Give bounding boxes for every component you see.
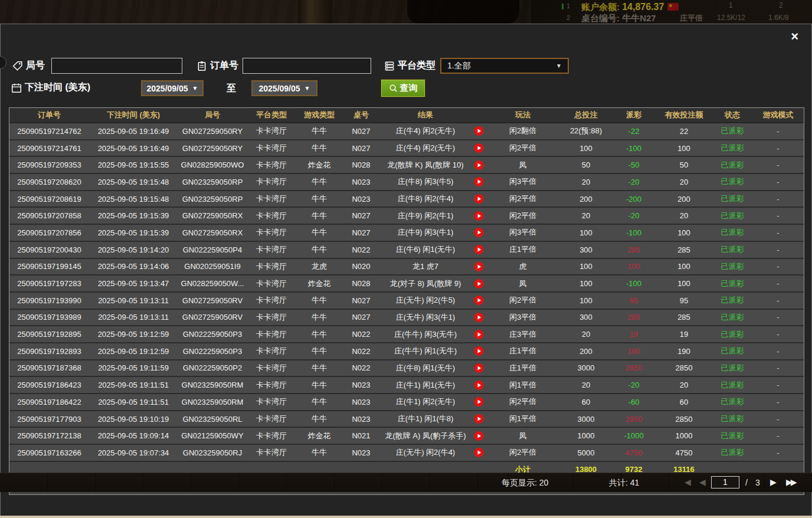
background-tab [96, 473, 143, 492]
close-icon[interactable]: × [791, 30, 798, 43]
cell-status: 已派彩 [713, 396, 751, 407]
cell-play: 闲3平倍 [487, 312, 559, 323]
replay-video-icon[interactable] [474, 448, 484, 458]
order-input[interactable] [243, 58, 371, 74]
replay-video-icon[interactable] [474, 397, 484, 407]
column-header: 总投注 [559, 110, 613, 120]
last-page-button[interactable]: ▶▶ [786, 477, 795, 487]
replay-video-icon[interactable] [474, 312, 484, 322]
cell-platform: 卡卡湾厅 [247, 312, 296, 323]
cell-order: 250905197208620 [9, 178, 89, 186]
cell-valid-bet: 95 [654, 296, 713, 305]
replay-video-icon[interactable] [474, 228, 484, 238]
cell-round: GN022259050P3 [178, 347, 247, 356]
cell-valid-bet: 20 [654, 211, 713, 220]
date-from-picker[interactable]: 2025/09/05 ▼ [141, 80, 204, 96]
replay-video-icon[interactable] [474, 126, 484, 136]
cell-game-mode: - [751, 398, 805, 406]
cell-play: 闲3平倍 [487, 227, 559, 238]
page-input[interactable]: 1 [711, 476, 739, 489]
page-bottom-edge [0, 516, 812, 518]
cell-result: 庄(无牛) 闲2(牛5) [379, 295, 487, 306]
date-to-picker[interactable]: 2025/09/05 ▼ [251, 80, 317, 96]
cell-total-bet: 100 [559, 228, 613, 237]
cell-round: GN027259050RX [178, 228, 247, 237]
cell-result: 庄(牛1) 闲1(无牛) [379, 380, 487, 391]
table-row: 2509051971928952025-09-05 19:12:59GN0222… [9, 326, 804, 343]
replay-video-icon[interactable] [474, 431, 484, 441]
cell-game-mode: - [751, 160, 805, 169]
table-row: 2509051971972832025-09-05 19:13:47GN0282… [9, 276, 804, 293]
cell-game: 牛牛 [296, 143, 343, 153]
cell-valid-bet: 100 [654, 262, 713, 271]
cell-time: 2025-09-05 19:16:49 [89, 127, 178, 136]
cell-platform: 卡卡湾厅 [247, 363, 296, 373]
cell-payout: -50 [613, 160, 654, 169]
prev-page-button[interactable]: ◀ [699, 477, 704, 487]
cell-play: 庄3平倍 [487, 329, 559, 340]
cell-result: 庄(牛8) 闲1(无牛) [379, 363, 487, 373]
cell-game-mode: - [751, 127, 805, 136]
cell-table: N027 [343, 228, 379, 237]
cell-platform: 卡卡湾厅 [247, 414, 296, 424]
result-text: 庄(牛1) 闲1(无牛) [396, 381, 455, 389]
cell-game: 炸金花 [296, 431, 343, 441]
replay-video-icon[interactable] [474, 363, 484, 373]
cell-table: N022 [343, 245, 379, 254]
cell-total-bet: 1000 [559, 431, 613, 440]
column-header: 游戏模式 [751, 110, 805, 120]
cell-game-mode: - [751, 279, 805, 288]
first-page-button[interactable]: ◀ [685, 477, 689, 487]
table-row: 2509051971991452025-09-05 19:14:06GN0202… [9, 259, 804, 276]
replay-video-icon[interactable] [474, 194, 484, 204]
table-row: 2509051971864232025-09-05 19:11:51GN0232… [9, 377, 804, 394]
cell-total-bet: 20 [559, 211, 613, 220]
next-page-button[interactable]: ▶ [770, 477, 775, 487]
result-text: 龙(对子 8) 凤(散牌 9) [390, 279, 461, 288]
seat-number-2: 2 [567, 14, 570, 21]
cell-round: GN020259051I9 [178, 262, 247, 271]
drawer-notch [0, 56, 6, 69]
replay-video-icon[interactable] [474, 261, 484, 271]
cell-status: 已派彩 [713, 126, 751, 136]
cell-platform: 卡卡湾厅 [247, 194, 296, 204]
cell-platform: 卡卡湾厅 [247, 261, 296, 272]
replay-video-icon[interactable] [474, 278, 484, 288]
replay-video-icon[interactable] [474, 160, 484, 170]
query-button[interactable]: 查询 [381, 80, 425, 97]
cell-table: N022 [343, 347, 379, 356]
replay-video-icon[interactable] [474, 177, 484, 187]
cell-game-mode: - [751, 381, 805, 389]
cell-valid-bet: 200 [654, 195, 713, 204]
cell-order: 250905197172138 [9, 431, 89, 440]
cell-total-bet: 200 [559, 347, 613, 356]
cell-platform: 卡卡湾厅 [247, 227, 296, 238]
replay-video-icon[interactable] [474, 211, 484, 221]
cell-status: 已派彩 [713, 194, 751, 204]
replay-video-icon[interactable] [474, 346, 484, 356]
background-tab [0, 473, 48, 492]
round-input[interactable] [51, 58, 182, 74]
replay-video-icon[interactable] [474, 380, 484, 390]
balance-label: 账户余额: [581, 2, 620, 12]
cell-platform: 卡卡湾厅 [247, 380, 296, 391]
cell-play: 闲2平倍 [487, 194, 559, 204]
background-table-tabs [0, 473, 812, 492]
cell-table: N023 [343, 195, 379, 204]
cell-round: GN027259050RY [178, 127, 247, 136]
cell-game: 牛牛 [296, 295, 343, 306]
replay-video-icon[interactable] [474, 329, 484, 339]
replay-video-icon[interactable] [474, 414, 484, 424]
cell-round: GN027259050RX [178, 211, 247, 220]
platform-select[interactable]: 1.全部 ▼ [440, 58, 569, 74]
replay-video-icon[interactable] [474, 143, 484, 153]
cell-round: GN022259050P4 [178, 245, 247, 254]
table-row: 2509051972093532025-09-05 19:15:55GN0282… [9, 157, 804, 174]
limit-col-2: 2 [779, 1, 783, 9]
replay-video-icon[interactable] [474, 245, 484, 255]
result-text: 庄(无牛) 闲2(牛5) [396, 296, 455, 304]
replay-video-icon[interactable] [474, 296, 484, 306]
cell-order: 250905197193990 [9, 296, 89, 305]
cell-order: 250905197187368 [9, 363, 89, 372]
seat-number-1: 1 [567, 2, 570, 9]
